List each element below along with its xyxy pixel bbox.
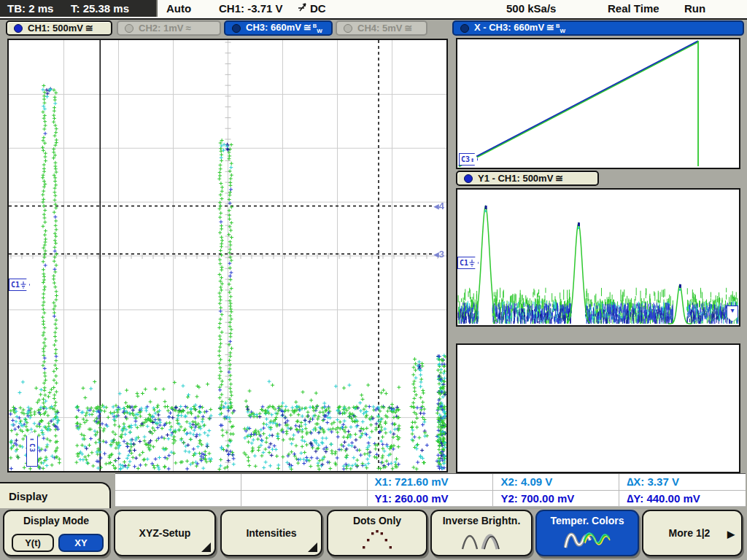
ch2-label: CH2: 1mV≈ [139, 23, 191, 34]
y1-waveform-plot [457, 190, 739, 325]
more-arrow-icon: ▶ [727, 529, 735, 540]
trigger-coupling: DC [310, 2, 326, 15]
readout-cell [241, 491, 368, 508]
display-mode-yt-button[interactable]: Y(t) [12, 534, 54, 552]
ground-icon [469, 260, 475, 267]
channel-button-ch4[interactable]: CH4: 5mV≅ [336, 20, 427, 36]
sample-rate: 500 kSa/s [506, 2, 556, 15]
submenu-corner-icon [308, 542, 317, 552]
readout-y1: Y1: 260.00 mV [368, 491, 494, 508]
timebase-value: TB: 2 ms [7, 2, 53, 15]
acquisition-mode: Real Time [608, 2, 659, 15]
x-ramp-panel: C3↕ [456, 38, 740, 169]
readout-x2: X2: 4.09 V [493, 474, 619, 491]
softkey-temper-colors[interactable]: Temper. Colors [535, 510, 639, 556]
softkey-more[interactable]: More 1|2 ▶ [642, 510, 743, 556]
inverse-brightness-icon [432, 530, 531, 551]
ground-icon [20, 281, 26, 289]
run-state: Run [684, 2, 705, 15]
time-value: T: 25.38 ms [71, 2, 129, 15]
readout-x1: X1: 721.60 mV [368, 474, 494, 491]
vertical-arrows-icon: ↕ [471, 156, 474, 163]
cursor-marker-4[interactable]: ◀4 [434, 201, 444, 211]
dots-only-icon [328, 530, 426, 549]
ch3-label: CH3: 660mV≅BW [246, 22, 322, 34]
cursor-readout-table: X1: 721.60 mV X2: 4.09 V ∆X: 3.37 V Y1: … [115, 473, 746, 507]
display-mode-title: Display Mode [4, 515, 108, 526]
readout-cell [241, 474, 368, 491]
ch4-label: CH4: 5mV≅ [357, 23, 412, 34]
c1-position-marker[interactable]: C1 [9, 279, 30, 291]
display-mode-xy-button[interactable]: XY [58, 534, 104, 552]
timebase-box: TB: 2 ms T: 25.38 ms [0, 0, 156, 17]
trigger-mode: Auto [166, 2, 191, 15]
softkey-dots-only[interactable]: Dots Only [327, 510, 427, 556]
x-ramp-plot [457, 39, 739, 168]
readout-cell [115, 474, 241, 491]
c1-y1-marker[interactable]: C1 [457, 257, 479, 269]
ch1-indicator-icon [14, 24, 23, 33]
xy-scatter-plot [9, 40, 446, 471]
cursor-marker-3[interactable]: ◀3 [434, 249, 444, 260]
x-source-button[interactable]: X - CH3: 660mV≅BW [452, 20, 744, 36]
trigger-edge-icon [298, 2, 309, 15]
horizontal-arrows-icon: ↔ [31, 436, 34, 443]
y1-source-label: Y1 - CH1: 500mV≅ [478, 173, 563, 184]
c3-position-marker-vertical[interactable]: ↔ C3 [26, 432, 38, 467]
xy-display-panel: C1 ↔ C3 ◀4 ◀3 [7, 39, 448, 472]
ch4-indicator-icon [344, 24, 352, 33]
empty-panel [456, 343, 740, 473]
softkey-inverse-brightness[interactable]: Inverse Brightn. [430, 510, 533, 556]
menu-tab-display: Display [0, 482, 111, 508]
y1-source-button[interactable]: Y1 - CH1: 500mV≅ [456, 171, 599, 186]
softkey-display-mode: Display Mode Y(t) XY [3, 510, 109, 556]
ch1-label: CH1: 500mV≅ [28, 23, 93, 34]
y1-waveform-panel: C1 ▾ [456, 188, 740, 327]
trigger-level: CH1: -3.71 V [219, 2, 283, 15]
submenu-corner-icon [201, 542, 211, 552]
x-source-label: X - CH3: 660mV≅BW [474, 22, 565, 34]
x-source-indicator-icon [460, 24, 469, 33]
softkey-xyz-setup[interactable]: XYZ-Setup [114, 510, 216, 556]
c3-ramp-marker[interactable]: C3↕ [459, 153, 478, 166]
readout-dx: ∆X: 3.37 V [619, 474, 746, 491]
ch3-indicator-icon [232, 24, 241, 33]
channel-button-ch3[interactable]: CH3: 660mV≅BW [224, 20, 333, 36]
y1-indicator-icon [464, 174, 473, 183]
channel-button-ch1[interactable]: CH1: 500mV≅ [6, 20, 112, 36]
readout-y2: Y2: 700.00 mV [493, 491, 619, 508]
readout-dy: ∆Y: 440.00 mV [619, 491, 746, 508]
temper-colors-icon [537, 530, 638, 551]
oscilloscope-screen: Auto CH1: -3.71 V DC 500 kSa/s Real Time… [0, 0, 747, 560]
ch2-indicator-icon [125, 24, 133, 33]
readout-cell [115, 491, 241, 508]
softkey-intensities[interactable]: Intensities [220, 510, 322, 556]
channel-button-ch2[interactable]: CH2: 1mV≈ [117, 20, 221, 36]
